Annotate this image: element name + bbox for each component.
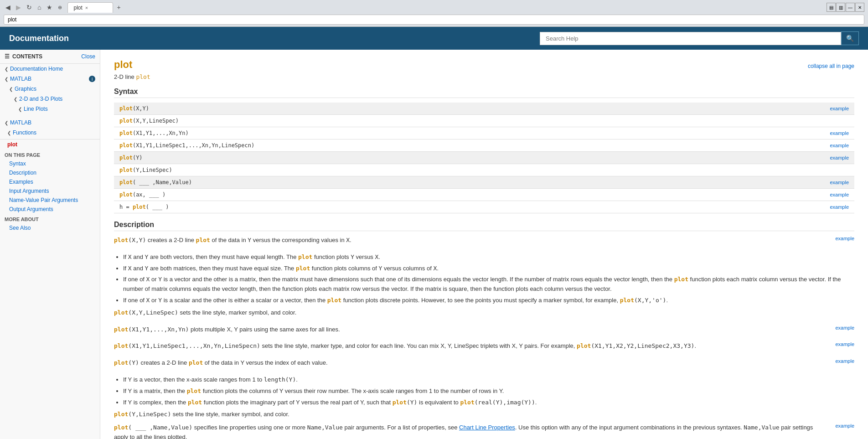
desc-example-link-1[interactable]: example — [835, 236, 854, 241]
desc-text-1: plot(X,Y) creates a 2-D line plot of the… — [114, 236, 826, 245]
sidebar-2d3d[interactable]: ❮ 2-D and 3-D Plots — [0, 94, 100, 104]
doc-home-arrow-icon: ❮ — [5, 67, 8, 72]
win-close-btn[interactable]: ✕ — [855, 3, 864, 12]
desc-example-link-7[interactable]: example — [835, 423, 854, 429]
example-link-9[interactable]: example — [830, 204, 849, 210]
matlab-arrow-icon: ❮ — [5, 77, 8, 82]
line-plots-arrow-icon: ❮ — [18, 107, 22, 112]
sidebar-header: ☰ CONTENTS Close — [0, 50, 100, 64]
desc-text-2: plot(X,Y,LineSpec) sets the line style, … — [114, 308, 845, 318]
desc-text-3: plot(X1,Y1,...,Xn,Yn) plots multiple X, … — [114, 325, 826, 335]
sidebar-description[interactable]: Description — [0, 168, 100, 177]
2d3d-arrow-icon: ❮ — [14, 97, 17, 102]
desc-example-link-3[interactable]: example — [835, 325, 854, 331]
search-input[interactable] — [540, 32, 841, 45]
example-link-5[interactable]: example — [830, 155, 849, 160]
more-about-label: More About — [0, 214, 100, 223]
app-header: Documentation 🔍 — [0, 27, 868, 50]
example-link-3[interactable]: example — [830, 130, 849, 136]
example-link-1[interactable]: example — [830, 106, 849, 111]
nav-page-btn[interactable]: ⊕ — [56, 3, 64, 12]
search-button[interactable]: 🔍 — [841, 31, 859, 45]
subtitle-highlight: plot — [136, 73, 150, 80]
matlab-info-icon[interactable]: i — [89, 76, 95, 82]
syntax-row-4: plot(X1,Y1,LineSpec1,...,Xn,Yn,LineSpecn… — [114, 139, 854, 152]
syntax-row-8: plot(ax, ___ ) example — [114, 189, 854, 201]
desc-example-link-5[interactable]: example — [835, 358, 854, 364]
page-subtitle: 2-D line plot — [114, 73, 854, 80]
syntax-row-9: h = plot( ___ ) example — [114, 201, 854, 213]
functions-label: Functions — [13, 129, 36, 136]
example-link-7[interactable]: example — [830, 180, 849, 185]
matlab2-label: MATLAB — [10, 119, 31, 126]
desc-bullets-2: If Y is a vector, then the x-axis scale … — [123, 375, 854, 407]
syntax-row-3: plot(X1,Y1,...,Xn,Yn) example — [114, 127, 854, 139]
sidebar-functions[interactable]: ❮ Functions — [0, 128, 100, 138]
nav-home-btn[interactable]: ⌂ — [36, 3, 43, 12]
syntax-section-title: Syntax — [114, 88, 854, 98]
plot-active-label: plot — [7, 141, 17, 148]
nav-refresh-btn[interactable]: ↻ — [25, 3, 34, 12]
graphics-arrow-icon: ❮ — [9, 87, 13, 92]
syntax-row-1: plot(X,Y) example — [114, 103, 854, 115]
functions-arrow-icon: ❮ — [7, 130, 11, 135]
win-minimize-btn[interactable]: — — [846, 3, 855, 12]
sidebar-matlab[interactable]: ❮ MATLAB i — [0, 74, 100, 84]
2d3d-label: 2-D and 3-D Plots — [19, 96, 62, 102]
syntax-table: plot(X,Y) example plot(X,Y,LineSpec) plo… — [114, 103, 854, 213]
new-tab-btn[interactable]: + — [113, 2, 124, 13]
win-restore-btn[interactable]: ▤ — [827, 3, 836, 12]
matlab-label: MATLAB — [10, 76, 31, 82]
matlab2-arrow-icon: ❮ — [5, 120, 8, 125]
desc-text-7: plot( ___ ,Name,Value) specifies line pr… — [114, 423, 826, 439]
sidebar-doc-home[interactable]: ❮ Documentation Home — [0, 64, 100, 74]
sidebar-close-btn[interactable]: Close — [81, 53, 95, 60]
sidebar-contents-label: ☰ CONTENTS — [5, 53, 42, 60]
tab-label: plot — [73, 5, 82, 11]
desc-bullets-1: If X and Y are both vectors, then they m… — [123, 253, 854, 305]
sidebar-see-also[interactable]: See Also — [0, 223, 100, 232]
collapse-all-link[interactable]: collapse all in page — [808, 63, 854, 69]
syntax-row-7: plot( ___ ,Name,Value) example — [114, 176, 854, 189]
sidebar-input-args[interactable]: Input Arguments — [0, 186, 100, 196]
browser-tab[interactable]: plot × — [67, 2, 113, 13]
doc-home-label: Documentation Home — [10, 66, 63, 72]
syntax-row-5: plot(Y) example — [114, 152, 854, 164]
desc-example-link-4[interactable]: example — [835, 341, 854, 347]
desc-text-6: plot(Y,LineSpec) sets the line style, ma… — [114, 410, 854, 419]
syntax-row-6: plot(Y,LineSpec) — [114, 164, 854, 176]
line-plots-label: Line Plots — [24, 106, 48, 112]
nav-bookmark-btn[interactable]: ★ — [45, 3, 54, 12]
sidebar-plot-active[interactable]: plot — [0, 139, 100, 150]
main-content: plot collapse all in page 2-D line plot … — [100, 50, 868, 439]
hamburger-icon: ☰ — [5, 53, 10, 60]
sidebar-name-value[interactable]: Name-Value Pair Arguments — [0, 196, 100, 205]
example-link-8[interactable]: example — [830, 192, 849, 197]
desc-text-5: plot(Y) creates a 2-D line plot of the d… — [114, 358, 826, 368]
sidebar-syntax[interactable]: Syntax — [0, 159, 100, 168]
page-title: plot — [114, 59, 132, 71]
chart-line-props-link-1[interactable]: Chart Line Properties — [459, 424, 515, 431]
app-title: Documentation — [9, 34, 69, 43]
description-section-title: Description — [114, 221, 854, 231]
sidebar: ☰ CONTENTS Close ❮ Documentation Home ❮ … — [0, 50, 100, 439]
desc-text-4: plot(X1,Y1,LineSpec1,...,Xn,Yn,LineSpecn… — [114, 341, 826, 351]
sidebar-matlab2[interactable]: ❮ MATLAB — [0, 118, 100, 128]
sidebar-output-args[interactable]: Output Arguments — [0, 205, 100, 214]
example-link-4[interactable]: example — [830, 143, 849, 148]
sidebar-graphics[interactable]: ❮ Graphics — [0, 84, 100, 94]
graphics-label: Graphics — [15, 86, 36, 92]
syntax-row-2: plot(X,Y,LineSpec) — [114, 115, 854, 127]
nav-forward-btn[interactable]: ▶ — [14, 3, 23, 12]
sidebar-examples[interactable]: Examples — [0, 177, 100, 186]
search-container: 🔍 — [540, 31, 859, 45]
address-bar[interactable] — [4, 15, 864, 25]
nav-back-btn[interactable]: ◀ — [4, 3, 12, 12]
on-this-page-label: ON THIS PAGE — [0, 150, 100, 159]
win-split-btn[interactable]: ▥ — [836, 3, 845, 12]
sidebar-line-plots[interactable]: ❮ Line Plots — [0, 104, 100, 114]
tab-close-icon[interactable]: × — [85, 5, 88, 10]
